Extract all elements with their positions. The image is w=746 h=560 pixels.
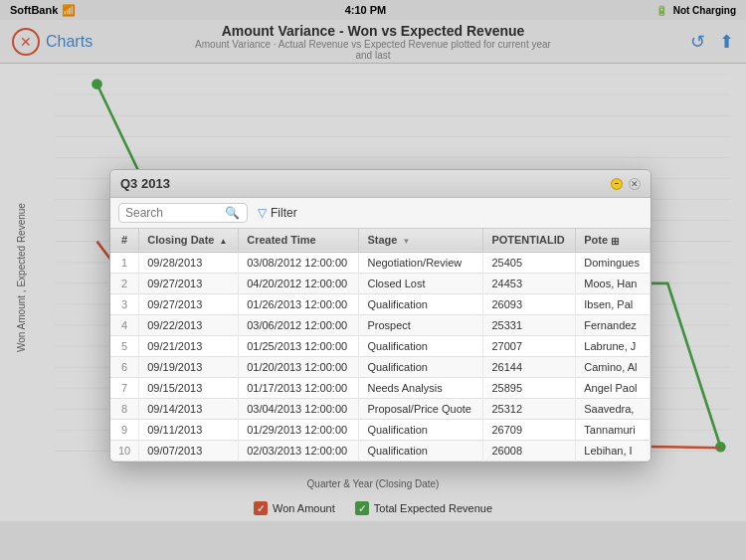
table-row[interactable]: 6 09/19/2013 01/20/2013 12:00:00 Qualifi… [110,356,651,377]
cell-created-time: 03/08/2012 12:00:00 [239,252,359,273]
filter-icon: ▽ [258,206,267,220]
cell-created-time: 01/25/2013 12:00:00 [239,335,359,356]
table-header-row: # Closing Date ▲ Created Time Stage ▼ PO… [110,229,651,252]
cell-stage: Qualification [359,335,483,356]
search-box: 🔍 [118,203,248,223]
modal-window-buttons: − ✕ [611,178,641,190]
cell-created-time: 03/06/2012 12:00:00 [239,314,359,335]
col-header-stage[interactable]: Stage ▼ [359,229,483,252]
table-row[interactable]: 9 09/11/2013 01/29/2013 12:00:00 Qualifi… [110,419,651,440]
table-row[interactable]: 3 09/27/2013 01/26/2013 12:00:00 Qualifi… [110,293,651,314]
cell-stage: Qualification [359,293,483,314]
cell-potentialid: 26008 [483,440,576,461]
filter-label: Filter [271,206,297,220]
cell-potentialid: 24453 [483,273,576,293]
cell-num: 2 [110,273,139,293]
col-header-closing-date[interactable]: Closing Date ▲ [139,229,239,252]
cell-pote: Fernandez [576,314,651,335]
cell-num: 5 [110,335,139,356]
cell-closing-date: 09/11/2013 [139,419,239,440]
cell-potentialid: 27007 [483,335,576,356]
cell-num: 9 [110,419,139,440]
cell-potentialid: 26709 [483,419,576,440]
cell-pote: Tannamuri [576,419,651,440]
cell-pote: Camino, Al [576,356,651,377]
cell-closing-date: 09/07/2013 [139,440,239,461]
cell-stage: Negotiation/Review [359,252,483,273]
cell-pote: Lebihan, I [576,440,651,461]
cell-closing-date: 09/22/2013 [139,314,239,335]
cell-closing-date: 09/27/2013 [139,273,239,293]
table-row[interactable]: 8 09/14/2013 03/04/2013 12:00:00 Proposa… [110,398,651,419]
cell-pote: Labrune, J [576,335,651,356]
table-row[interactable]: 2 09/27/2013 04/20/2012 12:00:00 Closed … [110,273,651,293]
cell-stage: Closed Lost [359,273,483,293]
cell-created-time: 01/17/2013 12:00:00 [239,377,359,398]
table-row[interactable]: 4 09/22/2013 03/06/2012 12:00:00 Prospec… [110,314,651,335]
cell-potentialid: 26093 [483,293,576,314]
cell-created-time: 01/26/2013 12:00:00 [239,293,359,314]
cell-pote: Moos, Han [576,273,651,293]
cell-closing-date: 09/21/2013 [139,335,239,356]
cell-stage: Prospect [359,314,483,335]
cell-potentialid: 25895 [483,377,576,398]
modal-close-button[interactable]: ✕ [629,178,641,190]
cell-closing-date: 09/28/2013 [139,252,239,273]
col-header-pote[interactable]: Pote ⊞ [576,229,651,252]
col-header-num: # [110,229,139,252]
cell-closing-date: 09/15/2013 [139,377,239,398]
cell-num: 6 [110,356,139,377]
cell-num: 7 [110,377,139,398]
filter-button[interactable]: ▽ Filter [258,206,297,220]
cell-stage: Proposal/Price Quote [359,398,483,419]
modal-table: # Closing Date ▲ Created Time Stage ▼ PO… [110,229,651,462]
cell-created-time: 04/20/2012 12:00:00 [239,273,359,293]
col-header-created-time[interactable]: Created Time [239,229,359,252]
col-header-potentialid[interactable]: POTENTIALID [483,229,576,252]
cell-stage: Qualification [359,440,483,461]
cell-created-time: 01/29/2013 12:00:00 [239,419,359,440]
cell-potentialid: 25331 [483,314,576,335]
table-row[interactable]: 7 09/15/2013 01/17/2013 12:00:00 Needs A… [110,377,651,398]
modal-table-body: 1 09/28/2013 03/08/2012 12:00:00 Negotia… [110,252,651,461]
modal-title: Q3 2013 [120,176,170,191]
search-icon: 🔍 [225,206,240,220]
cell-num: 4 [110,314,139,335]
cell-potentialid: 25405 [483,252,576,273]
cell-stage: Qualification [359,356,483,377]
cell-pote: Angel Paol [576,377,651,398]
cell-stage: Qualification [359,419,483,440]
cell-num: 1 [110,252,139,273]
cell-created-time: 02/03/2013 12:00:00 [239,440,359,461]
cell-num: 10 [110,440,139,461]
modal-toolbar: 🔍 ▽ Filter [110,198,651,229]
cell-num: 3 [110,293,139,314]
sort-arrow-closing-date: ▲ [220,237,228,246]
cell-pote: Domingues [576,252,651,273]
table-row[interactable]: 10 09/07/2013 02/03/2013 12:00:00 Qualif… [110,440,651,461]
cell-created-time: 01/20/2013 12:00:00 [239,356,359,377]
table-row[interactable]: 5 09/21/2013 01/25/2013 12:00:00 Qualifi… [110,335,651,356]
sort-arrow-stage: ▼ [402,237,410,246]
cell-potentialid: 26144 [483,356,576,377]
modal-table-wrapper: # Closing Date ▲ Created Time Stage ▼ PO… [110,229,651,462]
cell-stage: Needs Analysis [359,377,483,398]
modal-titlebar: Q3 2013 − ✕ [110,170,651,198]
cell-closing-date: 09/27/2013 [139,293,239,314]
cell-pote: Ibsen, Pal [576,293,651,314]
cell-pote: Saavedra, [576,398,651,419]
cell-closing-date: 09/14/2013 [139,398,239,419]
cell-potentialid: 25312 [483,398,576,419]
cell-created-time: 03/04/2013 12:00:00 [239,398,359,419]
cell-closing-date: 09/19/2013 [139,356,239,377]
search-input[interactable] [125,206,225,220]
data-modal: Q3 2013 − ✕ 🔍 ▽ Filter # Closing Date ▲ [109,169,652,463]
table-row[interactable]: 1 09/28/2013 03/08/2012 12:00:00 Negotia… [110,252,651,273]
modal-minimize-button[interactable]: − [611,178,623,190]
cell-num: 8 [110,398,139,419]
